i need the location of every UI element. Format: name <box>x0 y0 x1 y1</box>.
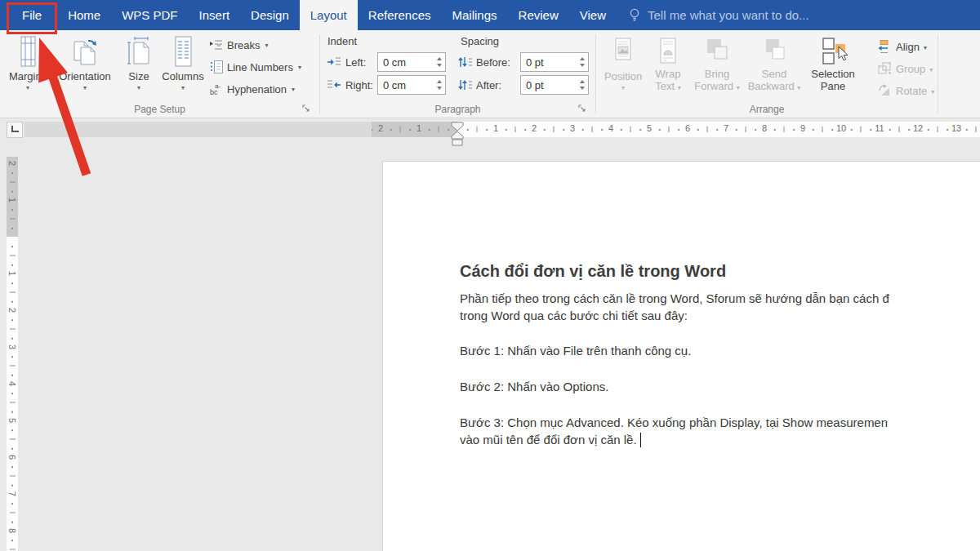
paragraph-dialog-launcher[interactable] <box>578 104 586 113</box>
spacing-before-input[interactable]: 0 pt <box>520 52 589 72</box>
tab-insert[interactable]: Insert <box>189 0 241 30</box>
rotate-icon <box>877 83 892 98</box>
bring-forward-icon <box>704 35 730 68</box>
tab-home[interactable]: Home <box>57 0 111 30</box>
tab-view[interactable]: View <box>569 0 617 30</box>
ribbon: Margins ▾ Orientation ▾ <box>0 30 980 118</box>
hyphenation-icon: a- bc <box>209 82 224 96</box>
h-ruler-margin <box>372 122 457 137</box>
spacing-before-row: Before: <box>457 52 510 72</box>
dropdown-caret: ▾ <box>137 84 140 91</box>
tab-references[interactable]: References <box>358 0 442 30</box>
tab-review[interactable]: Review <box>508 0 569 30</box>
selection-pane-button[interactable]: Selection Pane <box>807 33 859 115</box>
tab-layout[interactable]: Layout <box>300 0 358 30</box>
tab-selector[interactable] <box>7 122 23 138</box>
breaks-button[interactable]: Breaks ▾ <box>209 35 268 55</box>
page: Cách đổi đơn vị căn lề trong Word Phần t… <box>382 161 980 551</box>
indent-right-row: Right: <box>327 75 373 95</box>
indent-left-label: Left: <box>345 56 366 69</box>
size-icon <box>127 35 151 68</box>
dropdown-caret: ▾ <box>265 42 268 49</box>
indent-left-input[interactable]: 0 cm <box>377 52 446 72</box>
margins-icon <box>16 35 40 68</box>
group-page-setup: Margins ▾ Orientation ▾ <box>0 30 319 118</box>
dropdown-caret: ▾ <box>737 84 740 91</box>
indent-left-row: Left: <box>327 52 366 72</box>
send-backward-button[interactable]: Send Backward ▾ <box>745 33 804 115</box>
spacing-after-row: After: <box>457 75 501 95</box>
spacing-after-icon <box>457 78 472 91</box>
dropdown-caret: ▾ <box>678 84 681 91</box>
size-button[interactable]: Size ▾ <box>121 33 157 115</box>
doc-line: Bước 3: Chọn mục Advanced. Kéo xuống phầ… <box>460 415 888 429</box>
h-ruler-outside <box>24 122 372 137</box>
align-icon <box>877 39 892 54</box>
spacing-after-input[interactable]: 0 pt <box>520 75 589 95</box>
text-cursor <box>640 433 641 447</box>
tab-wps-pdf[interactable]: WPS PDF <box>111 0 188 30</box>
align-button[interactable]: Align ▾ <box>877 37 927 56</box>
line-numbers-icon <box>209 60 224 74</box>
tell-me-box[interactable]: Tell me what you want to do... <box>628 0 809 30</box>
dropdown-caret: ▾ <box>292 86 295 93</box>
indent-left-spinner[interactable] <box>433 53 445 71</box>
ribbon-tab-bar: File Home WPS PDF Insert Design Layout R… <box>0 0 980 30</box>
line-numbers-button[interactable]: Line Numbers ▾ <box>209 57 301 77</box>
breaks-icon <box>209 38 224 52</box>
tell-me-placeholder: Tell me what you want to do... <box>648 8 809 22</box>
dropdown-caret: ▾ <box>621 84 625 91</box>
group-label-arrange: Arrange <box>596 104 938 115</box>
spacing-before-spinner[interactable] <box>576 53 588 71</box>
rotate-button[interactable]: Rotate ▾ <box>877 81 934 100</box>
spacing-after-spinner[interactable] <box>576 76 588 94</box>
spacing-before-icon <box>457 56 472 69</box>
group-label-page-setup: Page Setup <box>0 104 319 115</box>
tab-mailings[interactable]: Mailings <box>442 0 508 30</box>
hyphenation-button[interactable]: a- bc Hyphenation ▾ <box>209 79 295 99</box>
selection-pane-icon <box>819 35 847 68</box>
group-arrange: Position ▾ Wrap Text ▾ <box>596 30 938 118</box>
orientation-button[interactable]: Orientation ▾ <box>52 33 118 115</box>
columns-button[interactable]: Columns ▾ <box>160 33 206 115</box>
group-button[interactable]: Group ▾ <box>877 59 933 78</box>
send-backward-icon <box>761 35 787 68</box>
wrap-text-icon <box>656 35 680 68</box>
v-ruler <box>7 237 18 551</box>
bring-forward-button[interactable]: Bring Forward ▾ <box>693 33 742 115</box>
indent-header: Indent <box>327 35 357 47</box>
document-area: 2112345678910111213 2112345678 Cách đổi … <box>0 118 980 551</box>
spacing-header: Spacing <box>461 35 499 47</box>
spacing-before-label: Before: <box>476 56 510 69</box>
tab-design[interactable]: Design <box>240 0 300 30</box>
position-button[interactable]: Position ▾ <box>603 33 644 115</box>
indent-right-input[interactable]: 0 cm <box>377 75 446 95</box>
dropdown-caret: ▾ <box>797 84 800 91</box>
dropdown-caret: ▾ <box>929 66 933 73</box>
spacing-after-label: After: <box>476 79 501 91</box>
dropdown-caret: ▾ <box>931 88 934 96</box>
page-setup-dialog-launcher[interactable] <box>302 104 310 113</box>
v-ruler-margin <box>7 157 18 237</box>
doc-line: Bước 1: Nhấn vào File trên thanh công cụ… <box>460 344 691 358</box>
columns-icon <box>171 35 195 68</box>
group-label-paragraph: Paragraph <box>320 104 595 115</box>
wrap-text-button[interactable]: Wrap Text ▾ <box>647 33 689 115</box>
svg-text:bc: bc <box>210 88 218 96</box>
orientation-icon <box>71 35 99 68</box>
dropdown-caret: ▾ <box>181 84 185 91</box>
dropdown-caret: ▾ <box>298 64 301 71</box>
indent-right-spinner[interactable] <box>433 76 445 94</box>
doc-line: vào mũi tên để đổi đơn vị căn lề. <box>460 433 641 447</box>
group-separator <box>938 34 938 113</box>
dropdown-caret: ▾ <box>26 84 29 91</box>
highlight-box-file <box>7 2 57 34</box>
margins-button[interactable]: Margins ▾ <box>5 33 51 115</box>
h-ruler <box>457 122 980 137</box>
indent-markers[interactable] <box>450 120 465 146</box>
position-icon <box>611 35 635 68</box>
lightbulb-icon <box>628 7 641 24</box>
doc-heading: Cách đổi đơn vị căn lề trong Word <box>460 262 726 281</box>
doc-line: Bước 2: Nhấn vào Options. <box>460 380 608 393</box>
dropdown-caret: ▾ <box>83 84 87 91</box>
